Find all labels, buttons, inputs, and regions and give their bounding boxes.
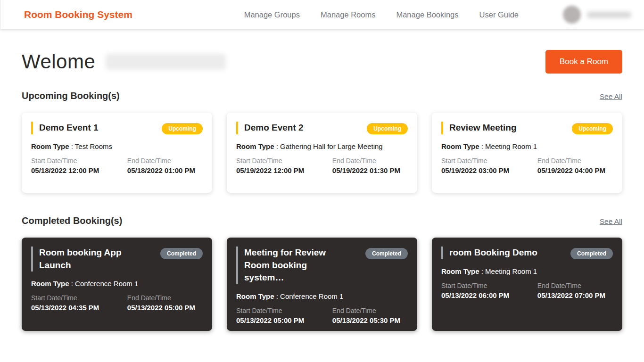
booking-card: Review Meeting Upcoming Room Type : Meet… bbox=[432, 113, 622, 193]
book-a-room-button[interactable]: Book a Room bbox=[545, 50, 622, 74]
end-date-block: End Date/Time 05/13/2022 05:00 PM bbox=[127, 294, 203, 312]
room-type-separator: : bbox=[276, 142, 278, 150]
start-date-block: Start Date/Time 05/19/2022 03:00 PM bbox=[441, 157, 537, 174]
welcome-greeting: Welome bbox=[22, 50, 95, 73]
room-type-value: Meeting Room 1 bbox=[485, 267, 537, 275]
main-nav: Manage Groups Manage Rooms Manage Bookin… bbox=[244, 6, 631, 24]
dates-row: Start Date/Time 05/18/2022 12:00 PM End … bbox=[31, 157, 203, 174]
end-date-label: End Date/Time bbox=[127, 157, 203, 165]
room-type-line: Room Type : Meeting Room 1 bbox=[441, 142, 613, 150]
status-badge: Completed bbox=[570, 248, 613, 259]
start-date-label: Start Date/Time bbox=[441, 282, 537, 289]
room-type-value: Conference Room 1 bbox=[280, 292, 343, 300]
start-date-value: 05/13/2022 04:35 PM bbox=[31, 304, 127, 312]
end-date-block: End Date/Time 05/13/2022 05:30 PM bbox=[332, 307, 408, 324]
room-type-separator: : bbox=[481, 267, 483, 275]
end-date-value: 05/19/2022 01:30 PM bbox=[332, 166, 408, 174]
end-date-value: 05/19/2022 04:00 PM bbox=[537, 166, 613, 174]
room-type-value: Test Rooms bbox=[75, 142, 112, 150]
booking-title: Room booking App Launch bbox=[31, 247, 139, 272]
end-date-value: 05/18/2022 01:00 PM bbox=[127, 166, 203, 174]
booking-title: Review Meeting bbox=[441, 122, 517, 134]
app-header: Room Booking System Manage Groups Manage… bbox=[0, 0, 644, 29]
room-type-separator: : bbox=[71, 142, 73, 150]
card-head: Demo Event 1 Upcoming bbox=[31, 122, 203, 134]
nav-manage-rooms[interactable]: Manage Rooms bbox=[321, 10, 375, 19]
nav-manage-groups[interactable]: Manage Groups bbox=[244, 10, 300, 19]
room-type-line: Room Type : Gathering Hall for Large Mee… bbox=[236, 142, 408, 150]
booking-title: room Booking Demo bbox=[441, 247, 537, 259]
user-menu[interactable] bbox=[563, 6, 631, 24]
start-date-label: Start Date/Time bbox=[31, 157, 127, 165]
card-head: Review Meeting Upcoming bbox=[441, 122, 613, 134]
upcoming-cards-row: Demo Event 1 Upcoming Room Type : Test R… bbox=[22, 113, 622, 193]
completed-cards-row: Room booking App Launch Completed Room T… bbox=[22, 238, 622, 331]
room-type-label: Room Type bbox=[31, 280, 69, 288]
room-type-line: Room Type : Meeting Room 1 bbox=[441, 267, 613, 275]
avatar[interactable] bbox=[563, 6, 581, 24]
dates-row: Start Date/Time 05/19/2022 03:00 PM End … bbox=[441, 157, 613, 174]
booking-title: Demo Event 2 bbox=[236, 122, 304, 134]
end-date-value: 05/13/2022 05:00 PM bbox=[127, 304, 203, 312]
end-date-label: End Date/Time bbox=[127, 294, 203, 302]
end-date-value: 05/13/2022 05:30 PM bbox=[332, 316, 408, 324]
end-date-block: End Date/Time 05/18/2022 01:00 PM bbox=[127, 157, 203, 174]
booking-card: Demo Event 1 Upcoming Room Type : Test R… bbox=[22, 113, 212, 193]
start-date-value: 05/18/2022 12:00 PM bbox=[31, 166, 127, 174]
room-type-separator: : bbox=[71, 280, 73, 288]
room-type-label: Room Type bbox=[441, 267, 479, 275]
status-badge: Completed bbox=[160, 248, 203, 259]
room-type-label: Room Type bbox=[31, 142, 69, 150]
status-badge: Upcoming bbox=[572, 123, 613, 134]
start-date-value: 05/19/2022 12:00 PM bbox=[236, 166, 332, 174]
nav-user-guide[interactable]: User Guide bbox=[479, 10, 519, 19]
end-date-label: End Date/Time bbox=[537, 157, 613, 165]
start-date-label: Start Date/Time bbox=[236, 157, 332, 165]
end-date-block: End Date/Time 05/13/2022 07:00 PM bbox=[537, 282, 613, 299]
dates-row: Start Date/Time 05/13/2022 06:00 PM End … bbox=[441, 282, 613, 299]
end-date-block: End Date/Time 05/19/2022 04:00 PM bbox=[537, 157, 613, 174]
booking-title: Demo Event 1 bbox=[31, 122, 99, 134]
start-date-value: 05/13/2022 06:00 PM bbox=[441, 291, 537, 299]
start-date-block: Start Date/Time 05/13/2022 04:35 PM bbox=[31, 294, 127, 312]
start-date-label: Start Date/Time bbox=[441, 157, 537, 165]
room-type-separator: : bbox=[481, 142, 483, 150]
end-date-block: End Date/Time 05/19/2022 01:30 PM bbox=[332, 157, 408, 174]
booking-title: Meeting for Review Room booking system… bbox=[236, 247, 344, 284]
card-head: room Booking Demo Completed bbox=[441, 247, 613, 259]
start-date-label: Start Date/Time bbox=[236, 307, 332, 314]
dates-row: Start Date/Time 05/13/2022 05:00 PM End … bbox=[236, 307, 408, 324]
user-name-redacted bbox=[587, 12, 631, 18]
brand-logo[interactable]: Room Booking System bbox=[24, 9, 132, 20]
room-type-value: Gathering Hall for Large Meeting bbox=[280, 142, 383, 150]
start-date-block: Start Date/Time 05/19/2022 12:00 PM bbox=[236, 157, 332, 174]
start-date-block: Start Date/Time 05/13/2022 06:00 PM bbox=[441, 282, 537, 299]
nav-manage-bookings[interactable]: Manage Bookings bbox=[396, 10, 458, 19]
completed-see-all-link[interactable]: See All bbox=[600, 217, 622, 226]
welcome-row: Welome Book a Room bbox=[22, 50, 622, 74]
dates-row: Start Date/Time 05/19/2022 12:00 PM End … bbox=[236, 157, 408, 174]
room-type-line: Room Type : Test Rooms bbox=[31, 142, 203, 150]
status-badge: Upcoming bbox=[162, 123, 203, 134]
start-date-block: Start Date/Time 05/18/2022 12:00 PM bbox=[31, 157, 127, 174]
status-badge: Completed bbox=[365, 248, 408, 259]
main-content: Welome Book a Room Upcoming Booking(s) S… bbox=[0, 50, 644, 331]
start-date-label: Start Date/Time bbox=[31, 294, 127, 302]
room-type-line: Room Type : Conference Room 1 bbox=[31, 280, 203, 288]
room-type-line: Room Type : Conference Room 1 bbox=[236, 292, 408, 300]
end-date-label: End Date/Time bbox=[537, 282, 613, 289]
booking-card: Room booking App Launch Completed Room T… bbox=[22, 238, 212, 331]
upcoming-section-header: Upcoming Booking(s) See All bbox=[22, 90, 622, 101]
start-date-block: Start Date/Time 05/13/2022 05:00 PM bbox=[236, 307, 332, 324]
welcome-user-name-redacted bbox=[106, 54, 226, 70]
booking-card: Meeting for Review Room booking system… … bbox=[227, 238, 417, 331]
room-type-value: Meeting Room 1 bbox=[485, 142, 537, 150]
dates-row: Start Date/Time 05/13/2022 04:35 PM End … bbox=[31, 294, 203, 312]
room-type-label: Room Type bbox=[441, 142, 479, 150]
completed-section-title: Completed Booking(s) bbox=[22, 215, 122, 226]
start-date-value: 05/13/2022 05:00 PM bbox=[236, 316, 332, 324]
booking-card: Demo Event 2 Upcoming Room Type : Gather… bbox=[227, 113, 417, 193]
upcoming-see-all-link[interactable]: See All bbox=[600, 92, 622, 101]
upcoming-section-title: Upcoming Booking(s) bbox=[22, 90, 120, 101]
end-date-label: End Date/Time bbox=[332, 157, 408, 165]
